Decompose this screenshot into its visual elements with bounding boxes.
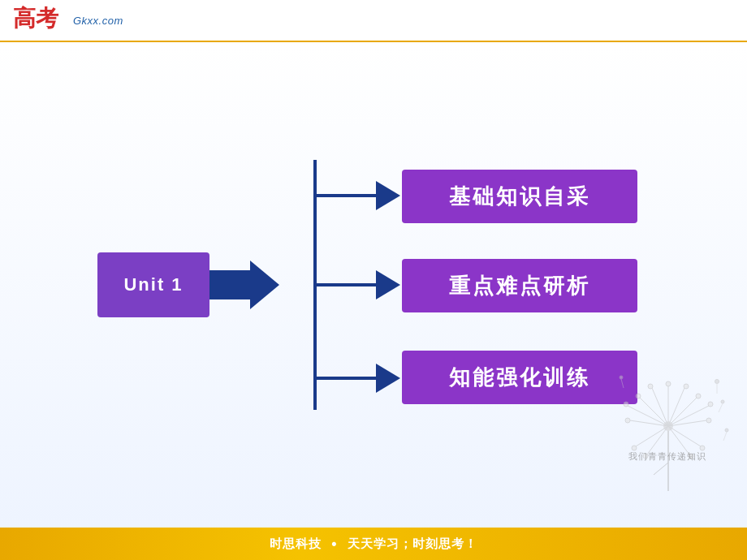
- main-content: Unit 1 基础知识自采: [0, 42, 747, 528]
- logo-gaokao: 高考: [11, 3, 70, 37]
- topic-box-2: 重点难点研析: [402, 259, 637, 312]
- svg-point-36: [624, 402, 628, 407]
- unit-box: Unit 1: [97, 252, 209, 317]
- svg-marker-3: [376, 181, 400, 210]
- svg-text:高考: 高考: [13, 5, 59, 31]
- svg-line-19: [640, 398, 668, 426]
- svg-line-42: [621, 379, 624, 388]
- footer-item-2: 天天学习；时刻思考！: [348, 536, 477, 552]
- footer-item-1: 时思科技: [270, 536, 322, 552]
- topic-box-1: 基础知识自采: [402, 170, 637, 223]
- footer-dot: •: [331, 536, 337, 553]
- svg-marker-5: [376, 270, 400, 299]
- svg-point-26: [648, 384, 653, 389]
- svg-line-13: [668, 398, 697, 426]
- dandelion-decoration: [597, 349, 739, 491]
- topic-text-2: 重点难点研析: [402, 259, 637, 312]
- svg-line-17: [668, 426, 701, 446]
- arrow-shaft: [209, 270, 250, 299]
- footer: 时思科技 • 天天学习；时刻思考！: [0, 528, 747, 560]
- mindmap: Unit 1 基础知识自采: [97, 106, 650, 463]
- header: 高考 Gkxx.com: [0, 0, 747, 42]
- svg-point-34: [708, 402, 713, 407]
- svg-point-16: [706, 418, 711, 423]
- unit-label: Unit 1: [123, 274, 183, 295]
- svg-point-12: [666, 381, 671, 386]
- svg-point-14: [696, 394, 701, 398]
- svg-point-41: [620, 376, 623, 379]
- logo-sub-text: Gkxx.com: [73, 15, 123, 27]
- svg-line-40: [719, 403, 723, 412]
- svg-point-43: [725, 429, 728, 432]
- logo-icon: 高考: [11, 3, 70, 34]
- svg-point-39: [721, 400, 724, 403]
- topic-text-1: 基础知识自采: [402, 170, 637, 223]
- svg-line-9: [654, 463, 668, 475]
- svg-line-27: [668, 388, 684, 426]
- svg-point-37: [715, 380, 719, 384]
- watermark: 我们青青传递知识: [628, 450, 706, 463]
- logo-area: 高考 Gkxx.com: [11, 3, 123, 37]
- svg-marker-7: [376, 364, 400, 393]
- svg-line-25: [652, 388, 668, 426]
- svg-line-44: [723, 432, 727, 441]
- svg-line-23: [636, 426, 668, 446]
- svg-point-28: [684, 384, 689, 389]
- svg-point-22: [625, 418, 630, 423]
- svg-point-20: [636, 394, 641, 398]
